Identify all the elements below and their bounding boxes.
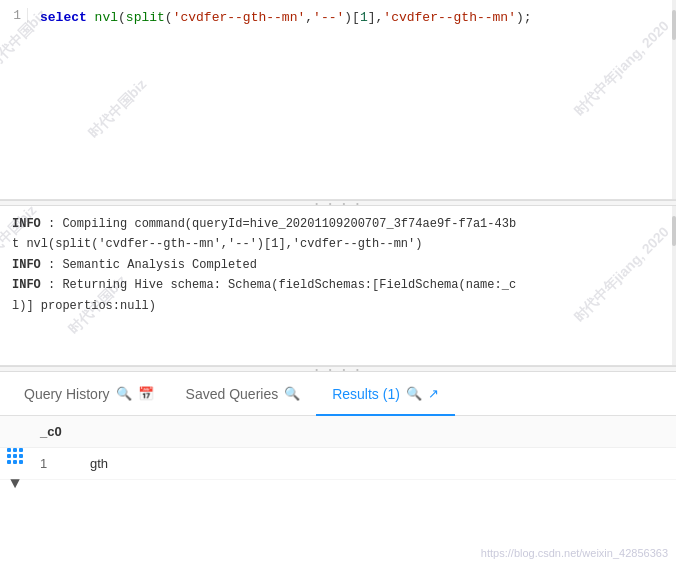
plain-2: ( [165,10,173,25]
log-line-2: t nvl(split('cvdfer--gth--mn','--')[1],'… [12,234,664,254]
log-line-1: INFO : Compiling command(queryId=hive_20… [12,214,664,234]
log-text-4: : Returning Hive schema: Schema(fieldSch… [41,278,516,292]
search-icon-results[interactable]: 🔍 [406,386,422,401]
keyword-select: select [40,10,95,25]
code-line-1: 1 select nvl(split('cvdfer--gth--mn','--… [0,0,676,32]
str-2: '--' [313,10,344,25]
fn-nvl: nvl [95,10,118,25]
log-label-1: INFO [12,217,41,231]
tab-results-label: Results (1) [332,386,400,402]
log-text-3: : Semantic Analysis Completed [41,258,257,272]
row-number-1: 1 [40,456,70,471]
log-label-3: INFO [12,258,41,272]
log-area: 时代中国biz 时代中年jiang, 2020 时代中国biz INFO : C… [0,206,676,366]
code-content-1[interactable]: select nvl(split('cvdfer--gth--mn','--')… [28,8,532,28]
tab-saved-queries-label: Saved Queries [186,386,279,402]
search-icon-query-history[interactable]: 🔍 [116,386,132,401]
editor-scrollbar[interactable] [672,0,676,199]
tabs-bar: Query History 🔍 📅 Saved Queries 🔍 Result… [0,372,676,416]
resize-dots-1: • • • • [314,199,362,208]
column-c0: _c0 [40,424,62,439]
num-1: 1 [360,10,368,25]
tab-results[interactable]: Results (1) 🔍 ↗ [316,372,455,416]
fn-split: split [126,10,165,25]
plain-5: ], [368,10,384,25]
plain-3: , [305,10,313,25]
grid-view-icon[interactable] [4,445,26,467]
search-icon-saved-queries[interactable]: 🔍 [284,386,300,401]
expand-icon-results[interactable]: ↗ [428,386,439,401]
tab-query-history[interactable]: Query History 🔍 📅 [8,372,170,416]
log-line-5: l)] propertios:null) [12,296,664,316]
watermark-3: 时代中国biz [85,76,151,142]
row-value-c0-1: gth [90,456,108,471]
plain-4: )[ [344,10,360,25]
download-icon[interactable]: ▼ [10,475,20,480]
log-scroll-thumb[interactable] [672,216,676,246]
plain-6: ); [516,10,532,25]
log-line-3: INFO : Semantic Analysis Completed [12,255,664,275]
str-1: 'cvdfer--gth--mn' [173,10,306,25]
results-row-1: 1 gth [0,448,676,480]
log-text-5: l)] propertios:null) [12,299,156,313]
log-scrollbar[interactable] [672,206,676,365]
csdn-link: https://blog.csdn.net/weixin_42856363 [481,547,668,559]
plain-1: ( [118,10,126,25]
log-text-1: : Compiling command(queryId=hive_2020110… [41,217,516,231]
calendar-icon-query-history[interactable]: 📅 [138,386,154,401]
code-editor[interactable]: 时代中国biz 时代中年jiang, 2020 时代中国biz 1 select… [0,0,676,200]
log-label-4: INFO [12,278,41,292]
tab-query-history-label: Query History [24,386,110,402]
results-column-header: _c0 [0,416,676,448]
resize-handle-1[interactable]: • • • • [0,200,676,206]
str-3: 'cvdfer--gth--mn' [383,10,516,25]
log-text-2: t nvl(split('cvdfer--gth--mn','--')[1],'… [12,237,422,251]
editor-scroll-thumb[interactable] [672,10,676,40]
tab-saved-queries[interactable]: Saved Queries 🔍 [170,372,317,416]
results-sidebar: ▼ [4,445,26,480]
watermark-2: 时代中年jiang, 2020 [571,18,674,121]
line-number-1: 1 [0,8,28,23]
log-line-4: INFO : Returning Hive schema: Schema(fie… [12,275,664,295]
results-area: ▼ _c0 1 gth [0,416,676,480]
